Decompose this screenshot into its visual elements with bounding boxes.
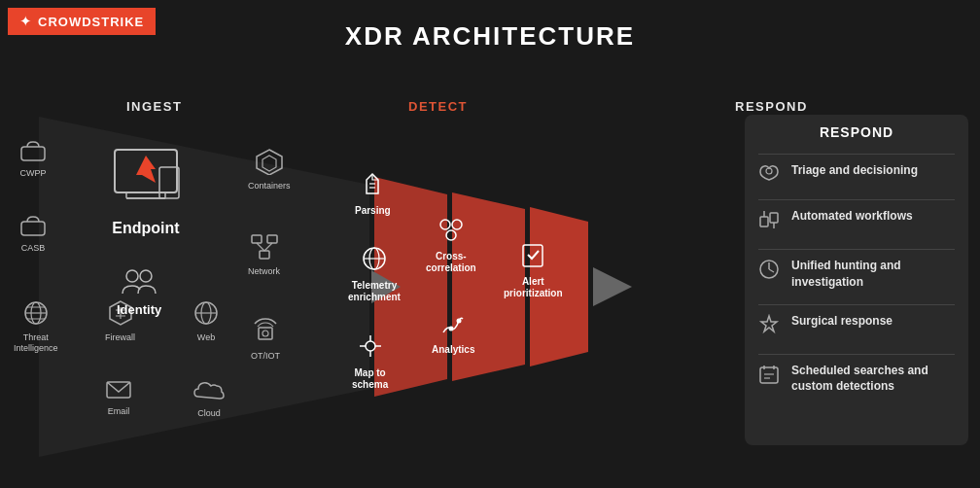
surgical-label: Surgical response bbox=[791, 313, 892, 330]
svg-point-47 bbox=[457, 319, 462, 324]
cwpp-label: CWPP bbox=[20, 168, 47, 179]
identity-label: Identity bbox=[117, 302, 161, 317]
svg-point-32 bbox=[262, 331, 268, 336]
respond-automated: Automated workflows bbox=[758, 208, 955, 235]
svg-rect-26 bbox=[252, 235, 262, 243]
detect-analytics: Analytics bbox=[432, 311, 474, 355]
svg-rect-48 bbox=[523, 245, 542, 266]
svg-point-38 bbox=[366, 341, 375, 351]
label-respond: RESPOND bbox=[735, 99, 808, 114]
detect-map-schema: Map toschema bbox=[352, 332, 388, 391]
otiot-icon bbox=[251, 316, 280, 348]
map-schema-icon bbox=[357, 332, 384, 364]
divider-3 bbox=[758, 249, 955, 250]
containers-icon bbox=[255, 148, 284, 178]
detect-alert-prioritization: Alertprioritization bbox=[504, 241, 563, 299]
divider-5 bbox=[758, 354, 955, 355]
email-icon bbox=[105, 379, 132, 403]
scheduled-label: Scheduled searches andcustom detections bbox=[791, 363, 928, 396]
containers-label: Containers bbox=[248, 181, 291, 192]
icon-casb: CASB bbox=[19, 216, 47, 254]
analytics-label: Analytics bbox=[432, 344, 474, 355]
respond-scheduled: Scheduled searches andcustom detections bbox=[758, 363, 955, 396]
icon-cwpp: CWPP bbox=[19, 141, 47, 179]
icon-network: Network bbox=[248, 233, 280, 277]
respond-panel: RESPOND Triage and decisioning Automated… bbox=[745, 115, 968, 445]
scheduled-icon bbox=[758, 364, 782, 390]
svg-rect-6 bbox=[21, 147, 45, 160]
network-label: Network bbox=[248, 266, 280, 277]
web-icon bbox=[192, 299, 220, 330]
svg-line-56 bbox=[769, 269, 774, 272]
threat-intel-label: ThreatIntelligence bbox=[14, 332, 58, 354]
endpoint-main: Endpoint bbox=[107, 148, 185, 237]
identity-item: Identity bbox=[117, 266, 161, 317]
detect-cross-correlation: Cross-correlation bbox=[426, 216, 476, 274]
casb-icon bbox=[19, 216, 47, 240]
parsing-icon bbox=[359, 170, 386, 201]
svg-rect-57 bbox=[760, 367, 778, 383]
cwpp-icon bbox=[19, 141, 47, 165]
icon-cloud: Cloud bbox=[192, 379, 226, 419]
web-label: Web bbox=[197, 332, 215, 343]
falcon-icon: ✦ bbox=[19, 13, 32, 30]
svg-rect-31 bbox=[259, 328, 272, 339]
respond-hunting: Unified hunting andinvestigation bbox=[758, 258, 955, 291]
hunting-icon bbox=[758, 259, 782, 285]
cross-correlation-icon bbox=[437, 216, 466, 247]
svg-point-44 bbox=[452, 220, 462, 229]
icon-containers: Containers bbox=[248, 148, 291, 192]
triage-label: Triage and decisioning bbox=[791, 162, 918, 179]
svg-point-43 bbox=[440, 220, 450, 229]
cloud-label: Cloud bbox=[197, 408, 221, 419]
automated-label: Automated workflows bbox=[791, 208, 913, 225]
telemetry-label: Telemetryenrichment bbox=[348, 280, 401, 303]
network-icon bbox=[250, 233, 279, 263]
telemetry-icon bbox=[361, 245, 388, 276]
respond-triage: Triage and decisioning bbox=[758, 162, 955, 186]
divider-2 bbox=[758, 199, 955, 200]
cloud-icon bbox=[192, 379, 226, 405]
respond-surgical: Surgical response bbox=[758, 313, 955, 340]
alert-priority-label: Alertprioritization bbox=[504, 276, 563, 299]
cross-correlation-label: Cross-correlation bbox=[426, 251, 476, 274]
divider-4 bbox=[758, 304, 955, 305]
hunting-label: Unified hunting andinvestigation bbox=[791, 258, 901, 291]
surgical-icon bbox=[758, 314, 782, 340]
icon-otiot: OT/IOT bbox=[251, 316, 280, 362]
endpoint-icon bbox=[107, 148, 185, 215]
automated-icon bbox=[758, 209, 782, 235]
alert-priority-icon bbox=[519, 241, 546, 272]
threat-intel-icon bbox=[22, 299, 50, 330]
brand-name: CROWDSTRIKE bbox=[38, 15, 144, 29]
triage-icon bbox=[758, 163, 782, 186]
svg-rect-27 bbox=[267, 235, 277, 243]
otiot-label: OT/IOT bbox=[251, 351, 280, 362]
endpoint-label: Endpoint bbox=[112, 220, 179, 237]
svg-marker-25 bbox=[262, 156, 276, 171]
icon-email: Email bbox=[105, 379, 132, 417]
icon-web: Web bbox=[192, 299, 220, 343]
logo-bar: ✦ CROWDSTRIKE bbox=[8, 8, 156, 35]
svg-marker-4 bbox=[593, 267, 632, 306]
identity-icon bbox=[121, 266, 158, 299]
email-label: Email bbox=[108, 406, 130, 417]
parsing-label: Parsing bbox=[355, 205, 391, 216]
svg-line-30 bbox=[264, 243, 272, 251]
icon-threat-intel: ThreatIntelligence bbox=[14, 299, 58, 354]
firewall-label: Firewall bbox=[105, 332, 135, 343]
detect-parsing: Parsing bbox=[355, 170, 391, 216]
svg-point-45 bbox=[446, 230, 456, 240]
respond-panel-title: RESPOND bbox=[758, 124, 955, 140]
svg-point-22 bbox=[126, 270, 138, 282]
map-schema-label: Map toschema bbox=[352, 367, 388, 391]
casb-label: CASB bbox=[21, 243, 46, 254]
svg-point-23 bbox=[140, 270, 152, 282]
svg-rect-7 bbox=[21, 222, 45, 235]
svg-rect-50 bbox=[760, 217, 768, 227]
svg-line-29 bbox=[257, 243, 264, 251]
analytics-icon bbox=[439, 311, 467, 340]
svg-rect-28 bbox=[260, 251, 269, 259]
divider-1 bbox=[758, 154, 955, 155]
detect-telemetry: Telemetryenrichment bbox=[348, 245, 401, 303]
